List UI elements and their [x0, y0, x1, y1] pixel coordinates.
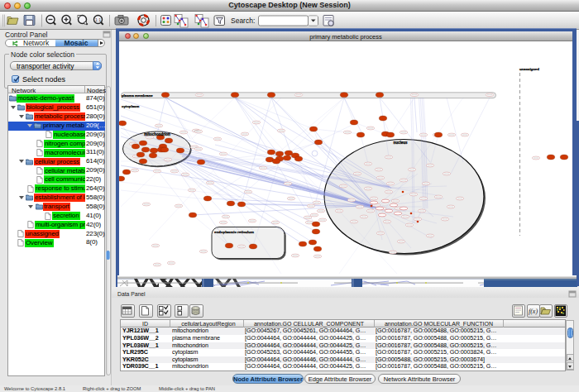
svg-text:plasma membrane: plasma membrane: [122, 93, 153, 98]
svg-text:endoplasmic reticulum: endoplasmic reticulum: [214, 230, 254, 234]
svg-text:nucleus: nucleus: [393, 141, 408, 145]
svg-text:cytoplasm: cytoplasm: [122, 104, 139, 108]
svg-text:f(x): f(x): [529, 308, 538, 315]
svg-text:Search:: Search:: [231, 17, 255, 25]
svg-text:1:1: 1:1: [95, 17, 101, 22]
svg-text:mitochondrion: mitochondrion: [144, 132, 170, 136]
svg-text:unassigned: unassigned: [519, 67, 539, 71]
